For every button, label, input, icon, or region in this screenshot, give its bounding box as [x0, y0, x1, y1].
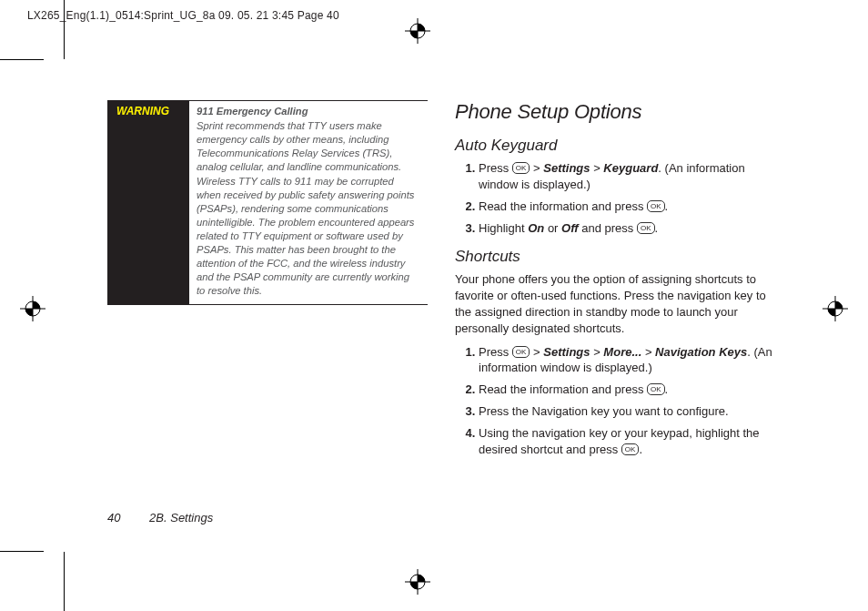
ok-button-icon: OK — [512, 162, 530, 174]
ok-button-icon: OK — [637, 222, 655, 234]
shortcuts-intro: Your phone offers you the option of assi… — [455, 271, 775, 337]
section-heading: Phone Setup Options — [455, 100, 775, 124]
list-item: Highlight On or Off and press OK. — [479, 220, 775, 237]
crop-mark — [64, 552, 65, 611]
subsection-heading-autokeyguard: Auto Keyguard — [455, 137, 775, 155]
list-item: Using the navigation key or your keypad,… — [479, 425, 775, 458]
warning-box: WARNING 911 Emergency Calling Sprint rec… — [107, 100, 428, 305]
list-item: Press the Navigation key you want to con… — [479, 403, 775, 420]
shortcuts-steps: Press OK > Settings > More... > Navigati… — [455, 344, 775, 459]
section-label: 2B. Settings — [149, 511, 213, 524]
list-item: Read the information and press OK. — [479, 382, 775, 398]
warning-label: WARNING — [107, 101, 189, 304]
warning-body: 911 Emergency Calling Sprint recommends … — [189, 101, 428, 304]
warning-text: Sprint recommends that TTY users make em… — [197, 120, 414, 296]
registration-mark-icon — [405, 18, 430, 44]
right-column: Phone Setup Options Auto Keyguard Press … — [455, 100, 775, 537]
ok-button-icon: OK — [647, 200, 665, 212]
ok-button-icon: OK — [512, 346, 530, 358]
list-item: Read the information and press OK. — [479, 199, 775, 215]
crop-mark — [0, 59, 44, 60]
imposition-header: LX265_Eng(1.1)_0514:Sprint_UG_8a 09. 05.… — [27, 9, 339, 22]
registration-mark-icon — [823, 296, 848, 321]
registration-mark-icon — [405, 569, 430, 595]
list-item: Press OK > Settings > Keyguard. (An info… — [479, 160, 775, 193]
registration-mark-icon — [20, 296, 45, 321]
ok-button-icon: OK — [621, 443, 640, 455]
list-item: Press OK > Settings > More... > Navigati… — [479, 344, 775, 377]
subsection-heading-shortcuts: Shortcuts — [455, 248, 775, 266]
crop-mark — [0, 551, 44, 552]
page-body: WARNING 911 Emergency Calling Sprint rec… — [107, 100, 781, 537]
warning-title: 911 Emergency Calling — [197, 105, 420, 118]
page-footer: 40 2B. Settings — [107, 511, 213, 524]
page-number: 40 — [107, 511, 120, 524]
left-column: WARNING 911 Emergency Calling Sprint rec… — [107, 100, 428, 537]
ok-button-icon: OK — [647, 383, 665, 395]
autokeyguard-steps: Press OK > Settings > Keyguard. (An info… — [455, 160, 775, 237]
